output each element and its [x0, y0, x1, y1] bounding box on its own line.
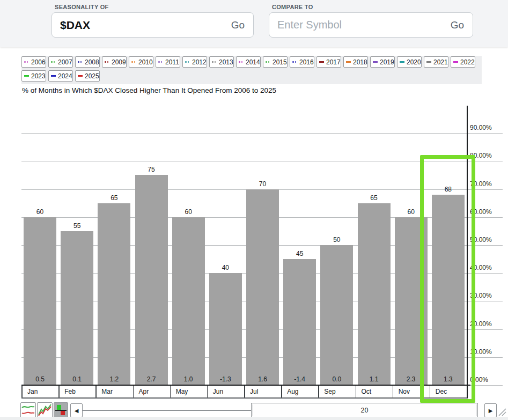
month-label-May: May	[176, 388, 188, 395]
legend-year-button-2007[interactable]: 2007	[48, 56, 73, 68]
bar-Apr[interactable]	[135, 175, 168, 385]
bar-Jan[interactable]	[24, 217, 56, 385]
year-2025-marker-icon	[78, 75, 83, 77]
month-tick	[318, 386, 319, 397]
bar-Aug[interactable]	[283, 259, 316, 385]
year-label: 2025	[85, 72, 99, 80]
year-label: 2017	[326, 58, 341, 66]
month-label-Nov: Nov	[399, 388, 410, 395]
seasonality-lines-chart-icon[interactable]	[20, 402, 36, 418]
month-label-Feb: Feb	[64, 388, 76, 395]
all-years-lines-chart-icon[interactable]	[37, 402, 53, 418]
bar-change-label: 2.7	[133, 375, 170, 383]
legend-year-button-2025[interactable]: 2025	[75, 70, 100, 82]
year-2020-marker-icon	[400, 61, 405, 63]
bar-value-label: 60	[21, 208, 58, 216]
bar-May[interactable]	[172, 217, 205, 385]
symbol-go-button[interactable]: Go	[231, 19, 253, 31]
chart-title: % of Months in Which $DAX Closed Higher …	[22, 86, 276, 94]
legend-year-button-2012[interactable]: 2012	[182, 56, 207, 68]
bar-change-label: -1.4	[281, 375, 318, 383]
bar-Jun[interactable]	[209, 273, 242, 385]
year-2021-marker-icon	[426, 61, 432, 63]
year-label: 2012	[192, 58, 207, 66]
scrollbar-value-label: 20	[361, 407, 369, 414]
year-2023-marker-icon	[24, 75, 30, 77]
year-2014-marker-icon	[239, 61, 244, 63]
month-row-border	[21, 397, 468, 399]
legend-year-button-2018[interactable]: 2018	[343, 56, 368, 68]
compare-symbol-input[interactable]	[269, 18, 451, 32]
compare-to-label: COMPARE TO	[272, 4, 313, 10]
legend-year-button-2019[interactable]: 2019	[370, 56, 395, 68]
month-label-Aug: Aug	[287, 388, 298, 395]
legend-year-button-2016[interactable]: 2016	[290, 56, 314, 68]
x-axis-line	[21, 385, 470, 386]
gridline-90	[21, 133, 503, 134]
legend-year-button-2008[interactable]: 2008	[75, 56, 100, 68]
legend-year-button-2006[interactable]: 2006	[21, 56, 46, 68]
bar-Jul[interactable]	[246, 189, 279, 385]
month-tick	[207, 386, 208, 397]
bar-change-label: 1.6	[244, 375, 281, 383]
year-2011-marker-icon	[158, 61, 164, 63]
month-tick	[95, 386, 97, 397]
year-2019-marker-icon	[373, 61, 378, 63]
bar-Oct[interactable]	[358, 203, 391, 385]
scroll-right-arrow-button[interactable]: ▶	[484, 403, 497, 417]
resize-handle-icon[interactable]	[496, 406, 507, 417]
bar-value-label: 45	[281, 250, 318, 257]
bar-value-label: 70	[244, 180, 281, 188]
december-highlight-rectangle	[420, 155, 475, 403]
bar-Mar[interactable]	[98, 203, 130, 385]
bar-change-label: 1.0	[170, 375, 207, 383]
page-bottom-strip	[0, 417, 508, 420]
legend-year-button-2011[interactable]: 2011	[156, 56, 180, 68]
y-axis-tick-label: 90.00%	[470, 124, 503, 131]
year-label: 2010	[138, 58, 153, 66]
month-label-Jul: Jul	[250, 388, 258, 395]
bar-Feb[interactable]	[61, 231, 93, 385]
higher-lower-bars-chart-icon[interactable]	[54, 402, 68, 418]
scrollbar-thumb[interactable]: 20	[251, 403, 478, 417]
bar-value-label: 75	[133, 166, 170, 173]
legend-year-button-2024[interactable]: 2024	[48, 70, 73, 82]
month-label-Jun: Jun	[213, 388, 223, 395]
legend-year-button-2021[interactable]: 2021	[424, 56, 448, 68]
year-label: 2021	[433, 58, 448, 66]
year-2009-marker-icon	[105, 61, 110, 63]
legend-year-button-2010[interactable]: 2010	[129, 56, 153, 68]
bar-value-label: 65	[356, 194, 393, 202]
symbol-input[interactable]	[52, 18, 231, 32]
legend-year-button-2015[interactable]: 2015	[263, 56, 288, 68]
year-label: 2014	[246, 58, 260, 66]
bar-change-label: 0.5	[21, 375, 58, 383]
month-tick	[281, 386, 282, 397]
year-label: 2016	[299, 58, 314, 66]
legend-year-button-2017[interactable]: 2017	[316, 56, 341, 68]
legend-year-button-2009[interactable]: 2009	[102, 56, 127, 68]
year-label: 2011	[165, 58, 179, 66]
month-tick	[133, 386, 134, 397]
bar-Sep[interactable]	[320, 245, 353, 385]
scroll-left-arrow-button[interactable]: ◀	[70, 403, 83, 417]
year-2015-marker-icon	[266, 61, 271, 63]
compare-go-button[interactable]: Go	[451, 19, 473, 31]
legend-year-button-2022[interactable]: 2022	[451, 56, 475, 68]
legend-year-button-2020[interactable]: 2020	[397, 56, 422, 68]
year-2018-marker-icon	[346, 61, 351, 63]
legend-year-button-2023[interactable]: 2023	[21, 70, 46, 82]
legend-year-button-2013[interactable]: 2013	[209, 56, 234, 68]
scrollbar-track[interactable]	[83, 410, 251, 411]
year-2022-marker-icon	[453, 61, 459, 63]
year-2017-marker-icon	[319, 61, 325, 63]
year-label: 2023	[31, 72, 46, 80]
bar-value-label: 50	[318, 236, 355, 244]
year-label: 2006	[31, 58, 46, 66]
year-label: 2009	[112, 58, 126, 66]
year-2008-marker-icon	[78, 61, 83, 63]
month-tick	[393, 386, 394, 397]
seasonality-tool-screen: SEASONALITY OF Go COMPARE TO Go 20062007…	[0, 0, 508, 420]
legend-year-button-2014[interactable]: 2014	[236, 56, 261, 68]
header-bar: SEASONALITY OF Go COMPARE TO Go	[0, 0, 508, 47]
